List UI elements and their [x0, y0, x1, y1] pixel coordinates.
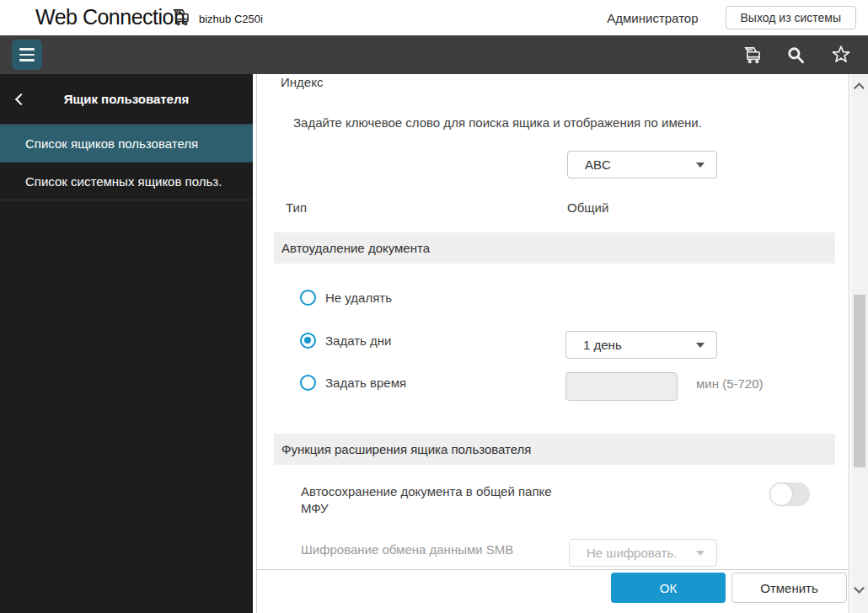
web-connection-page: Web Connection bizhub C250i Администрато…	[0, 0, 868, 613]
smb-encryption-label: Шифрование обмена данными SMB	[301, 542, 513, 557]
sidebar-title: Ящик пользователя	[0, 74, 253, 125]
radio-label: Не удалять	[325, 291, 392, 305]
cancel-button[interactable]: Отменить	[731, 573, 847, 603]
index-label: Индекс	[281, 75, 323, 89]
autosave-toggle[interactable]	[769, 482, 810, 506]
mfp-icon	[171, 6, 193, 31]
content-body: Индекс Задайте ключевое слово для поиска…	[257, 74, 849, 569]
sidebar-item-label: Список системных ящиков польз.	[25, 174, 222, 189]
search-icon[interactable]	[785, 44, 806, 66]
days-select-value: 1 день	[566, 332, 716, 358]
ok-button[interactable]: ОК	[611, 573, 726, 603]
autosave-label: Автосохранение документа в общей папке М…	[301, 483, 554, 517]
sidebar-item-user-box-list[interactable]: Список ящиков пользователя	[0, 125, 253, 163]
chevron-down-icon	[696, 163, 705, 168]
index-select[interactable]: ABC	[567, 151, 717, 179]
radio-checked-icon	[300, 333, 316, 349]
radio-set-time[interactable]: Задать время	[300, 375, 406, 391]
device-name: bizhub C250i	[199, 13, 263, 25]
radio-no-delete[interactable]: Не удалять	[300, 290, 392, 306]
sidebar-header: Ящик пользователя	[0, 74, 253, 125]
chevron-down-icon	[696, 343, 705, 348]
toggle-knob	[769, 482, 793, 506]
minutes-suffix: мин (5-720)	[696, 376, 764, 391]
section-extension: Функция расширения ящика пользователя	[274, 434, 835, 465]
radio-icon	[300, 375, 316, 391]
radio-icon	[300, 290, 316, 306]
index-select-value: ABC	[568, 152, 716, 178]
chevron-down-icon	[696, 551, 705, 556]
section-title: Функция расширения ящика пользователя	[274, 434, 835, 465]
type-value: Общий	[567, 200, 608, 215]
app-header: Web Connection bizhub C250i Администрато…	[0, 0, 868, 35]
type-label: Тип	[286, 200, 307, 215]
vertical-scrollbar[interactable]	[851, 74, 868, 613]
logo: Web Connection	[35, 5, 185, 29]
smb-encryption-select: Не шифровать.	[569, 539, 717, 567]
scrollbar-thumb[interactable]	[854, 295, 865, 467]
section-title: Автоудаление документа	[274, 232, 835, 264]
main-toolbar	[0, 35, 868, 74]
sidebar-item-label: Список ящиков пользователя	[25, 136, 198, 151]
hamburger-menu-icon[interactable]	[12, 40, 42, 70]
action-footer: ОК Отменить	[257, 569, 849, 613]
favorites-star-icon[interactable]	[830, 44, 852, 66]
days-select[interactable]: 1 день	[565, 331, 717, 359]
smb-select-value: Не шифровать.	[570, 540, 716, 566]
index-hint: Задайте ключевое слово для поиска ящика …	[293, 115, 702, 130]
header-right: Администратор Выход из системы	[607, 0, 856, 35]
section-auto-delete: Автоудаление документа	[274, 232, 835, 264]
user-role-label: Администратор	[607, 11, 698, 25]
logout-button[interactable]: Выход из системы	[726, 6, 856, 29]
scroll-down-icon[interactable]	[854, 583, 865, 594]
sidebar: Ящик пользователя Список ящиков пользова…	[0, 74, 253, 613]
radio-set-days[interactable]: Задать дни	[300, 333, 391, 349]
content-panel: Индекс Задайте ключевое слово для поиска…	[256, 74, 849, 613]
radio-label: Задать время	[325, 376, 406, 390]
sidebar-item-system-box-list[interactable]: Список системных ящиков польз.	[0, 163, 253, 200]
radio-label: Задать дни	[325, 333, 391, 348]
mfp-device-icon[interactable]	[742, 44, 764, 66]
device-group: bizhub C250i	[171, 6, 263, 31]
scroll-up-icon[interactable]	[854, 83, 865, 93]
minutes-input	[565, 372, 678, 401]
